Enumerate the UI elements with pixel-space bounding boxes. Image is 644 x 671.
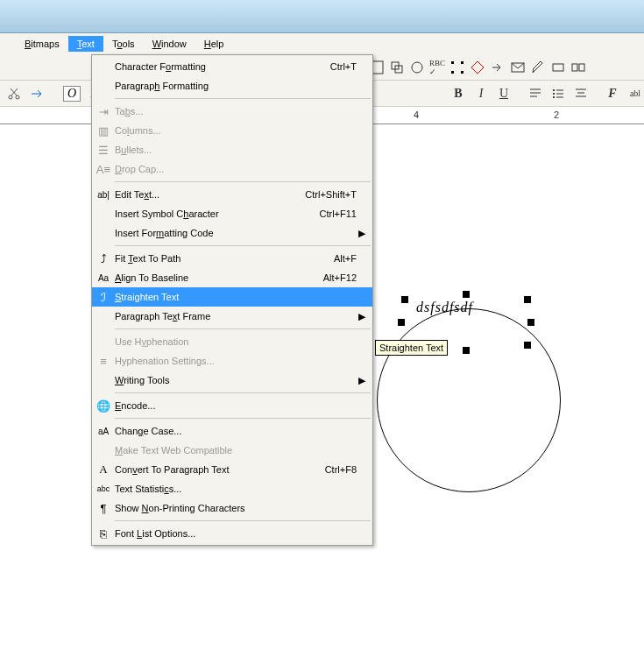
svg-point-15	[553, 89, 555, 91]
menu-window[interactable]: Window	[144, 36, 195, 52]
abi-icon[interactable]: abl	[626, 85, 644, 102]
menu-text[interactable]: Text	[68, 36, 103, 52]
sel-handle-tc[interactable]	[463, 291, 470, 298]
cut-icon[interactable]	[5, 85, 23, 102]
separator	[115, 328, 371, 329]
submenu-arrow-icon: ▶	[357, 228, 365, 239]
ruler-tick-2: 2	[554, 109, 559, 120]
submenu-arrow-icon: ▶	[357, 311, 365, 322]
font-list-icon: ⎘	[92, 527, 115, 540]
menu-tools[interactable]: Tools	[103, 36, 144, 52]
convert-icon: A	[92, 463, 115, 477]
svg-point-14	[16, 95, 19, 99]
separator	[115, 418, 371, 419]
submenu-arrow-icon: ▶	[357, 375, 365, 386]
menu-hyphenation-settings: ≡ Hyphenation Settings...	[92, 351, 372, 371]
hyphen-icon: ≡	[92, 355, 115, 368]
menu-text-statistics[interactable]: abc Text Statistics...	[92, 479, 372, 498]
menu-show-nonprinting[interactable]: ¶ Show Non-Printing Characters	[92, 498, 372, 518]
bold-icon[interactable]: B	[449, 85, 467, 102]
svg-rect-5	[461, 61, 464, 64]
circle-shape[interactable]	[377, 308, 561, 492]
fancy-f-icon[interactable]: F	[604, 85, 621, 102]
tooltip-straighten-text: Straighten Text	[375, 340, 448, 356]
separator	[115, 181, 371, 182]
separator	[115, 245, 371, 246]
abc-icon[interactable]: RBC✓	[428, 59, 446, 76]
text-menu-dropdown: Character Formatting Ctrl+T Paragraph Fo…	[91, 54, 373, 546]
window-titlebar	[0, 0, 644, 33]
menu-bitmaps[interactable]: Bitmaps	[16, 36, 68, 52]
sel-handle-tl[interactable]	[401, 296, 408, 303]
menubar: Bitmaps Text Tools Window Help	[0, 33, 644, 54]
rect-icon[interactable]	[549, 59, 567, 76]
edit-text-icon: ab|	[92, 190, 115, 200]
hexagon-icon[interactable]	[469, 59, 486, 76]
envelope-icon[interactable]	[509, 59, 527, 76]
menu-tabs: ⇥ Tabs...	[92, 102, 372, 121]
menu-paragraph-formatting[interactable]: Paragraph Formatting	[92, 76, 372, 95]
menu-insert-formatting-code[interactable]: Insert Formatting Code ▶	[92, 223, 372, 243]
menu-make-web-compatible: Make Text Web Compatible	[92, 441, 372, 460]
svg-rect-11	[572, 64, 577, 71]
svg-point-17	[553, 96, 555, 98]
icon-3[interactable]	[408, 59, 426, 76]
menu-fit-text-to-path[interactable]: ⤴ Fit Text To Path Alt+F	[92, 249, 372, 268]
italic-o-indicator: O	[63, 86, 81, 102]
baseline-icon: Aa	[92, 273, 115, 283]
ruler-tick-4: 4	[414, 109, 419, 120]
icon-2[interactable]	[388, 59, 406, 76]
menu-encode[interactable]: 🌐 Encode...	[92, 396, 372, 415]
menu-help[interactable]: Help	[195, 36, 233, 52]
menu-use-hyphenation: Use Hyphenation	[92, 332, 372, 351]
bullets-icon: ☰	[92, 144, 115, 157]
svg-rect-12	[579, 64, 584, 71]
menu-insert-symbol[interactable]: Insert Symbol Character Ctrl+F11	[92, 204, 372, 223]
menu-align-to-baseline[interactable]: Aa Align To Baseline Alt+F12	[92, 268, 372, 287]
svg-rect-4	[451, 61, 454, 64]
italic-icon[interactable]: I	[472, 85, 490, 102]
svg-point-16	[553, 93, 555, 95]
menu-bullets: ☰ Bullets...	[92, 140, 372, 159]
sel-handle-ml[interactable]	[398, 319, 405, 326]
menu-straighten-text[interactable]: ℐ Straighten Text	[92, 287, 372, 307]
encode-icon: 🌐	[92, 399, 115, 413]
sel-handle-mr[interactable]	[527, 319, 534, 326]
fit-path-icon: ⤴	[92, 252, 115, 265]
svg-rect-7	[461, 71, 464, 74]
sel-handle-bc[interactable]	[463, 347, 470, 354]
stats-icon: abc	[92, 484, 115, 493]
underline-icon[interactable]: U	[495, 85, 513, 102]
svg-point-13	[9, 95, 12, 99]
separator	[115, 392, 371, 393]
svg-marker-8	[471, 61, 484, 74]
menu-writing-tools[interactable]: Writing Tools ▶	[92, 371, 372, 390]
text-on-path[interactable]: dsfsdfsdf	[416, 300, 473, 315]
straighten-icon: ℐ	[92, 291, 115, 304]
svg-point-3	[412, 62, 422, 73]
sel-handle-tr[interactable]	[524, 296, 531, 303]
menu-font-list-options[interactable]: ⎘ Font List Options...	[92, 524, 372, 543]
tabs-icon: ⇥	[92, 105, 115, 118]
align-icon[interactable]	[527, 85, 544, 102]
menu-paragraph-text-frame[interactable]: Paragraph Text Frame ▶	[92, 307, 372, 326]
separator	[115, 98, 371, 99]
two-rect-icon[interactable]	[570, 59, 587, 76]
arrow-icon[interactable]	[489, 59, 506, 76]
separator	[115, 520, 371, 521]
selection-icon[interactable]	[449, 59, 466, 76]
list-icon[interactable]	[549, 85, 567, 102]
menu-columns: ▥ Columns...	[92, 121, 372, 140]
dropcap-icon: A≡	[92, 163, 115, 176]
sel-handle-br[interactable]	[524, 342, 531, 349]
menu-edit-text[interactable]: ab| Edit Text... Ctrl+Shift+T	[92, 185, 372, 204]
align2-icon[interactable]	[572, 85, 590, 102]
arrow2-icon[interactable]	[28, 85, 46, 102]
menu-convert-to-paragraph[interactable]: A Convert To Paragraph Text Ctrl+F8	[92, 460, 372, 479]
menu-character-formatting[interactable]: Character Formatting Ctrl+T	[92, 57, 372, 76]
pen-icon[interactable]	[529, 59, 547, 76]
pilcrow-icon: ¶	[92, 502, 115, 515]
columns-icon: ▥	[92, 124, 115, 138]
menu-change-case[interactable]: aA Change Case...	[92, 421, 372, 441]
svg-rect-6	[451, 71, 454, 74]
